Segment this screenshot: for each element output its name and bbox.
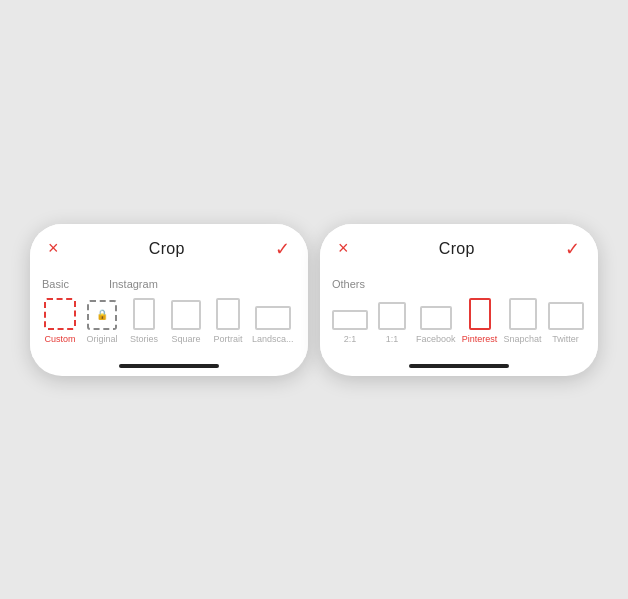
crop-option-original[interactable]: 🔒 Original xyxy=(84,300,120,344)
phone-frame-1: × Crop ✓ xyxy=(30,224,308,376)
snapchat-icon xyxy=(509,298,537,330)
portrait-label: Portrait xyxy=(213,334,242,344)
crop-options-2: 2:1 1:1 Facebook xyxy=(332,298,586,344)
landscape-icon xyxy=(255,306,291,330)
portrait-icon-box xyxy=(216,298,240,330)
pinterest-label: Pinterest xyxy=(462,334,498,344)
home-indicator-2 xyxy=(409,364,509,368)
facebook-label: Facebook xyxy=(416,334,456,344)
custom-label: Custom xyxy=(44,334,75,344)
twitter-icon-box xyxy=(548,302,584,330)
category-basic: Basic xyxy=(42,278,69,290)
square-label: Square xyxy=(171,334,200,344)
crop-option-2-1[interactable]: 2:1 xyxy=(332,310,368,344)
stories-icon-box xyxy=(133,298,155,330)
pinterest-icon-box xyxy=(469,298,491,330)
square-icon xyxy=(171,300,201,330)
bottom-area-2: Others 2:1 1:1 xyxy=(320,270,598,358)
category-instagram: Instagram xyxy=(109,278,158,290)
screens-container: × Crop ✓ xyxy=(14,208,614,392)
original-icon: 🔒 xyxy=(87,300,117,330)
check-button-1[interactable]: ✓ xyxy=(275,238,290,260)
stories-label: Stories xyxy=(130,334,158,344)
square-icon-box xyxy=(171,300,201,330)
2-1-icon xyxy=(332,310,368,330)
category-others: Others xyxy=(332,278,365,290)
custom-icon-box xyxy=(44,298,76,330)
title-2: Crop xyxy=(439,240,475,258)
header-2: × Crop ✓ xyxy=(320,224,598,270)
category-labels-1: Basic Instagram xyxy=(42,278,296,290)
2-1-label: 2:1 xyxy=(344,334,357,344)
crop-option-1-1[interactable]: 1:1 xyxy=(374,302,410,344)
lock-icon: 🔒 xyxy=(96,309,108,320)
twitter-label: Twitter xyxy=(552,334,579,344)
landscape-icon-box xyxy=(255,306,291,330)
pinterest-icon xyxy=(469,298,491,330)
2-1-icon-box xyxy=(332,310,368,330)
twitter-icon xyxy=(548,302,584,330)
portrait-icon xyxy=(216,298,240,330)
crop-option-facebook[interactable]: Facebook xyxy=(416,306,456,344)
title-1: Crop xyxy=(149,240,185,258)
crop-option-portrait[interactable]: Portrait xyxy=(210,298,246,344)
crop-option-stories[interactable]: Stories xyxy=(126,298,162,344)
crop-option-square[interactable]: Square xyxy=(168,300,204,344)
1-1-icon-box xyxy=(378,302,406,330)
crop-option-landscape[interactable]: Landsca... xyxy=(252,306,294,344)
header-1: × Crop ✓ xyxy=(30,224,308,270)
category-labels-2: Others xyxy=(332,278,586,290)
crop-option-twitter[interactable]: Twitter xyxy=(548,302,584,344)
original-icon-box: 🔒 xyxy=(87,300,117,330)
snapchat-label: Snapchat xyxy=(504,334,542,344)
facebook-icon xyxy=(420,306,452,330)
home-indicator-1 xyxy=(119,364,219,368)
facebook-icon-box xyxy=(420,306,452,330)
1-1-icon xyxy=(378,302,406,330)
original-label: Original xyxy=(86,334,117,344)
landscape-label: Landsca... xyxy=(252,334,294,344)
crop-option-pinterest[interactable]: Pinterest xyxy=(462,298,498,344)
close-button-2[interactable]: × xyxy=(338,238,349,259)
phone-frame-2: × Crop ✓ xyxy=(320,224,598,376)
snapchat-icon-box xyxy=(509,298,537,330)
stories-icon xyxy=(133,298,155,330)
crop-options-1: Custom 🔒 Original Stories xyxy=(42,298,296,344)
1-1-label: 1:1 xyxy=(386,334,399,344)
crop-option-custom[interactable]: Custom xyxy=(42,298,78,344)
custom-icon xyxy=(44,298,76,330)
bottom-area-1: Basic Instagram Custom 🔒 xyxy=(30,270,308,358)
close-button-1[interactable]: × xyxy=(48,238,59,259)
crop-option-snapchat[interactable]: Snapchat xyxy=(504,298,542,344)
check-button-2[interactable]: ✓ xyxy=(565,238,580,260)
